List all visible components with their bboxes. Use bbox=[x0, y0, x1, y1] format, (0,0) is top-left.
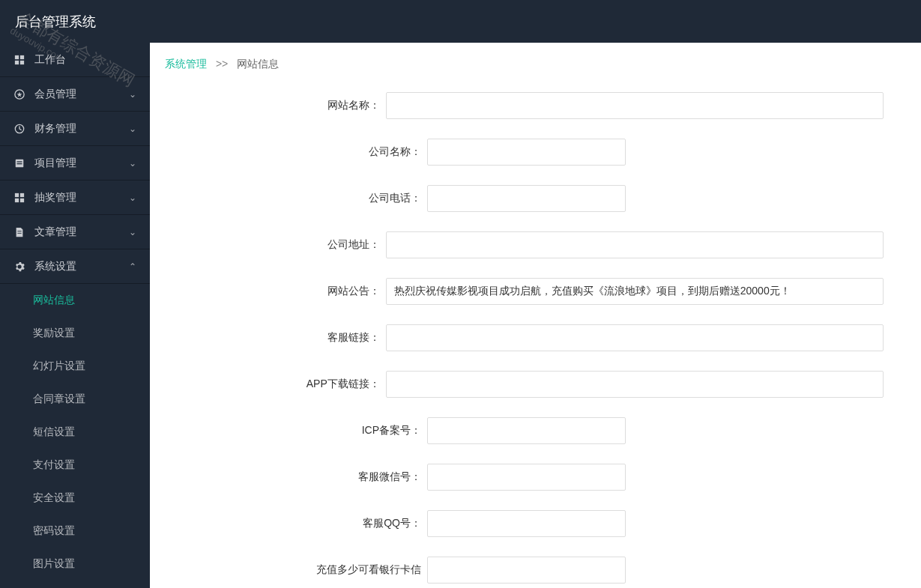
submenu-system: 网站信息 奖励设置 幻灯片设置 合同章设置 短信设置 支付设置 安全设置 密码设… bbox=[0, 284, 150, 581]
breadcrumb-sep: >> bbox=[216, 58, 228, 70]
submenu-item-label: 密码设置 bbox=[33, 524, 75, 538]
label-app-download: APP下载链接： bbox=[150, 378, 386, 391]
user-icon bbox=[13, 88, 25, 100]
sidebar-item-label: 工作台 bbox=[34, 53, 66, 67]
label-site-name: 网站名称： bbox=[150, 99, 386, 112]
submenu-item-reward[interactable]: 奖励设置 bbox=[0, 317, 150, 350]
submenu-item-password[interactable]: 密码设置 bbox=[0, 515, 150, 548]
svg-rect-12 bbox=[20, 198, 24, 201]
app-title: 后台管理系统 bbox=[15, 13, 96, 31]
submenu-item-contract[interactable]: 合同章设置 bbox=[0, 383, 150, 416]
folder-icon bbox=[13, 157, 25, 169]
svg-rect-13 bbox=[17, 231, 21, 231]
sidebar-item-label: 文章管理 bbox=[34, 225, 76, 239]
submenu-item-label: 奖励设置 bbox=[33, 327, 75, 340]
sidebar-item-articles[interactable]: 文章管理 ⌄ bbox=[0, 215, 150, 249]
breadcrumb-current: 网站信息 bbox=[237, 58, 279, 70]
sidebar-item-members[interactable]: 会员管理 ⌄ bbox=[0, 77, 150, 112]
input-company-phone[interactable] bbox=[427, 185, 626, 212]
svg-rect-0 bbox=[15, 55, 19, 58]
breadcrumb: 系统管理 >> 网站信息 bbox=[150, 43, 921, 85]
sidebar-item-label: 抽奖管理 bbox=[34, 191, 76, 204]
sidebar-item-workspace[interactable]: 工作台 bbox=[0, 43, 150, 77]
svg-rect-9 bbox=[15, 193, 19, 196]
input-recharge-threshold[interactable] bbox=[427, 557, 626, 584]
submenu-item-label: 幻灯片设置 bbox=[33, 360, 85, 373]
svg-rect-2 bbox=[15, 60, 19, 64]
submenu-item-sms[interactable]: 短信设置 bbox=[0, 416, 150, 449]
submenu-item-images[interactable]: 图片设置 bbox=[0, 548, 150, 581]
sidebar-item-label: 系统设置 bbox=[34, 260, 76, 273]
sidebar-item-projects[interactable]: 项目管理 ⌄ bbox=[0, 146, 150, 181]
input-company-name[interactable] bbox=[427, 139, 626, 166]
svg-rect-10 bbox=[20, 193, 24, 196]
submenu-item-label: 图片设置 bbox=[33, 557, 75, 571]
label-company-name: 公司名称： bbox=[150, 145, 427, 159]
submenu-item-payment[interactable]: 支付设置 bbox=[0, 449, 150, 482]
sidebar-item-lottery[interactable]: 抽奖管理 ⌄ bbox=[0, 181, 150, 215]
submenu-item-label: 网站信息 bbox=[33, 294, 75, 307]
svg-rect-1 bbox=[20, 55, 24, 58]
chevron-down-icon: ⌄ bbox=[129, 158, 136, 169]
chevron-down-icon: ⌄ bbox=[129, 89, 136, 100]
app-header: 后台管理系统 bbox=[0, 0, 921, 43]
chevron-down-icon: ⌄ bbox=[129, 193, 136, 203]
sidebar-item-label: 财务管理 bbox=[34, 122, 76, 136]
svg-rect-7 bbox=[17, 161, 22, 162]
label-icp: ICP备案号： bbox=[150, 424, 427, 437]
svg-rect-8 bbox=[17, 163, 22, 164]
input-company-address[interactable] bbox=[386, 231, 884, 258]
site-info-form: 网站名称： 公司名称： 公司电话： 公司地址： 网站公告： 客服链接： bbox=[150, 85, 921, 588]
main-content: 系统管理 >> 网站信息 网站名称： 公司名称： 公司电话： 公司地址： 网 bbox=[150, 43, 921, 588]
submenu-item-security[interactable]: 安全设置 bbox=[0, 482, 150, 515]
chevron-down-icon: ⌄ bbox=[129, 227, 136, 237]
input-icp[interactable] bbox=[427, 417, 626, 444]
label-service-wechat: 客服微信号： bbox=[150, 470, 427, 484]
input-service-link[interactable] bbox=[386, 324, 884, 351]
sidebar-item-settings[interactable]: 系统设置 ⌃ bbox=[0, 249, 150, 284]
label-service-link: 客服链接： bbox=[150, 331, 386, 345]
submenu-item-site-info[interactable]: 网站信息 bbox=[0, 284, 150, 317]
breadcrumb-root[interactable]: 系统管理 bbox=[165, 58, 207, 70]
sidebar: 工作台 会员管理 ⌄ 财务管理 ⌄ bbox=[0, 43, 150, 588]
label-company-phone: 公司电话： bbox=[150, 192, 427, 205]
submenu-item-label: 安全设置 bbox=[33, 491, 75, 505]
clock-icon bbox=[13, 123, 25, 135]
gear-icon bbox=[13, 261, 25, 273]
label-recharge-threshold: 充值多少可看银行卡信 bbox=[150, 563, 427, 577]
sidebar-item-finance[interactable]: 财务管理 ⌄ bbox=[0, 112, 150, 146]
input-service-wechat[interactable] bbox=[427, 464, 626, 491]
label-announcement: 网站公告： bbox=[150, 285, 386, 298]
input-announcement[interactable] bbox=[386, 278, 884, 305]
chevron-up-icon: ⌃ bbox=[129, 261, 136, 272]
submenu-item-label: 支付设置 bbox=[33, 458, 75, 472]
sidebar-item-label: 项目管理 bbox=[34, 157, 76, 170]
svg-rect-11 bbox=[15, 198, 19, 201]
submenu-item-label: 短信设置 bbox=[33, 425, 75, 439]
svg-rect-3 bbox=[20, 60, 24, 64]
grid-icon bbox=[13, 192, 25, 204]
input-site-name[interactable] bbox=[386, 92, 884, 119]
submenu-item-label: 合同章设置 bbox=[33, 392, 85, 406]
submenu-item-slideshow[interactable]: 幻灯片设置 bbox=[0, 350, 150, 383]
sidebar-item-label: 会员管理 bbox=[34, 88, 76, 101]
input-app-download[interactable] bbox=[386, 371, 884, 398]
doc-icon bbox=[13, 226, 25, 238]
chevron-down-icon: ⌄ bbox=[129, 124, 136, 134]
label-service-qq: 客服QQ号： bbox=[150, 517, 427, 530]
dashboard-icon bbox=[13, 54, 25, 66]
label-company-address: 公司地址： bbox=[150, 238, 386, 252]
svg-rect-14 bbox=[17, 232, 21, 233]
input-service-qq[interactable] bbox=[427, 510, 626, 537]
